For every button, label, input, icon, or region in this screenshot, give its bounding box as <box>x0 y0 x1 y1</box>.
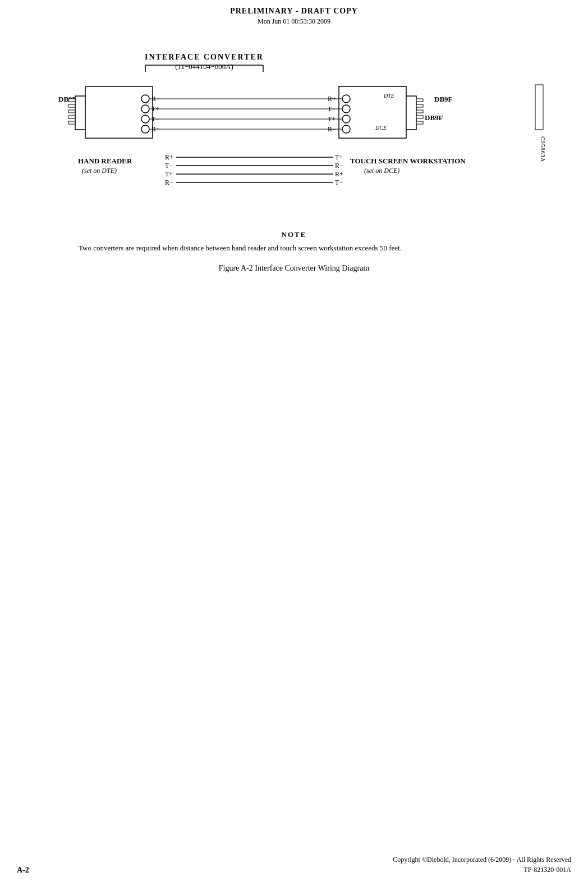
svg-point-16 <box>141 95 149 103</box>
svg-rect-39 <box>416 110 423 113</box>
svg-point-17 <box>141 105 149 113</box>
svg-text:DCE: DCE <box>375 125 387 131</box>
svg-rect-38 <box>416 104 423 107</box>
svg-text:T+: T+ <box>335 153 343 161</box>
svg-text:T−: T− <box>165 162 173 170</box>
svg-rect-8 <box>68 99 75 102</box>
svg-text:(set on DTE): (set on DTE) <box>82 167 117 175</box>
svg-point-18 <box>141 115 149 123</box>
svg-text:INTERFACE  CONVERTER: INTERFACE CONVERTER <box>145 53 264 61</box>
page-header: PRELIMINARY - DRAFT COPY Mon Jun 01 08:5… <box>0 0 588 26</box>
figure-caption: Figure A-2 Interface Converter Wiring Di… <box>0 264 588 273</box>
note-text: Two converters are required when distanc… <box>79 244 543 253</box>
svg-text:TOUCH  SCREEN  WORKSTATION: TOUCH SCREEN WORKSTATION <box>350 157 466 165</box>
svg-text:T−: T− <box>335 179 343 186</box>
svg-rect-36 <box>406 96 416 130</box>
svg-text:R−: R− <box>165 179 173 186</box>
svg-point-29 <box>342 105 350 113</box>
svg-rect-12 <box>68 121 75 124</box>
svg-point-28 <box>342 95 350 103</box>
svg-text:(11−044104−000A): (11−044104−000A) <box>175 62 233 71</box>
svg-point-30 <box>342 115 350 123</box>
svg-point-19 <box>141 125 149 133</box>
svg-rect-11 <box>68 116 75 118</box>
svg-point-31 <box>342 125 350 133</box>
svg-text:DB9F: DB9F <box>434 95 453 103</box>
svg-text:T+: T+ <box>165 170 173 178</box>
svg-text:(set on DCE): (set on DCE) <box>364 167 399 175</box>
note-title: NOTE <box>45 230 543 239</box>
svg-text:R+: R+ <box>165 153 173 161</box>
svg-text:C95863A: C95863A <box>540 136 546 162</box>
svg-rect-9 <box>68 104 75 107</box>
footer-right: Copyright ©Diebold, Incorporated (6/2009… <box>393 855 571 875</box>
svg-rect-41 <box>416 121 423 124</box>
svg-text:HAND  READER: HAND READER <box>78 157 132 165</box>
note-section: NOTE Two converters are required when di… <box>0 230 588 253</box>
svg-rect-40 <box>416 116 423 118</box>
svg-text:DB9F: DB9F <box>425 113 443 122</box>
svg-text:R+: R+ <box>335 170 343 178</box>
svg-rect-64 <box>535 85 543 130</box>
svg-rect-7 <box>75 96 85 130</box>
page-number: A-2 <box>17 866 29 875</box>
copyright: Copyright ©Diebold, Incorporated (6/2009… <box>393 855 571 865</box>
draft-date: Mon Jun 01 08:53:30 2009 <box>0 17 588 26</box>
draft-title: PRELIMINARY - DRAFT COPY <box>0 6 588 17</box>
wiring-diagram: INTERFACE CONVERTER (11−044104−000A) DB9… <box>42 37 546 217</box>
svg-rect-37 <box>416 99 423 102</box>
diagram-area: INTERFACE CONVERTER (11−044104−000A) DB9… <box>42 37 546 219</box>
doc-number: TP-821320-001A <box>393 865 571 875</box>
page-footer: A-2 Copyright ©Diebold, Incorporated (6/… <box>0 855 588 875</box>
svg-text:DTE: DTE <box>383 93 394 99</box>
svg-text:R−: R− <box>335 162 343 170</box>
svg-rect-10 <box>68 110 75 113</box>
